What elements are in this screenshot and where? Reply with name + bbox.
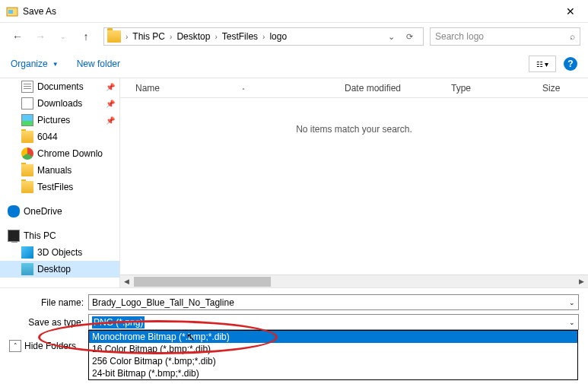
refresh-button[interactable]: ⟳ bbox=[402, 29, 417, 44]
nav-tree[interactable]: Documents📌Downloads📌Pictures📌6044Chrome … bbox=[0, 78, 120, 287]
tree-label: This PC bbox=[24, 230, 56, 241]
tree-label: Documents bbox=[37, 81, 84, 92]
tree-item[interactable]: 3D Objects bbox=[0, 244, 119, 261]
pin-icon: 📌 bbox=[106, 116, 115, 125]
tree-icon bbox=[21, 181, 33, 193]
app-icon bbox=[6, 5, 18, 17]
svg-rect-1 bbox=[8, 10, 13, 14]
tree-icon bbox=[21, 97, 33, 109]
filename-label: File name: bbox=[6, 297, 88, 308]
list-header: Name˄ Date modified Type Size bbox=[120, 78, 588, 98]
column-name[interactable]: Name˄ bbox=[120, 83, 345, 94]
tree-label: Downloads bbox=[37, 98, 82, 109]
savetype-select[interactable]: PNG (*.png) ⌄ bbox=[88, 314, 579, 330]
column-date[interactable]: Date modified bbox=[345, 83, 451, 94]
pin-icon: 📌 bbox=[106, 83, 115, 91]
savetype-option[interactable]: Monochrome Bitmap (*.bmp;*.dib) bbox=[89, 331, 577, 343]
empty-message: No items match your search. bbox=[120, 98, 588, 275]
help-button[interactable]: ? bbox=[564, 57, 577, 71]
column-size[interactable]: Size bbox=[542, 83, 588, 94]
hide-folders-button[interactable]: ˄ Hide Folders bbox=[9, 340, 76, 352]
close-button[interactable]: ✕ bbox=[553, 0, 588, 23]
tree-icon bbox=[21, 263, 33, 275]
savetype-option[interactable]: 256 Color Bitmap (*.bmp;*.dib) bbox=[89, 355, 577, 367]
savetype-label: Save as type: bbox=[6, 317, 88, 328]
folder-icon bbox=[107, 30, 121, 43]
organize-menu[interactable]: Organize▼ bbox=[11, 59, 59, 69]
tree-icon bbox=[21, 148, 33, 160]
chevron-up-icon: ˄ bbox=[9, 340, 21, 352]
tree-icon bbox=[21, 131, 33, 143]
breadcrumb[interactable]: › This PC › Desktop › TestFiles › logo ⌄… bbox=[103, 27, 424, 46]
savetype-dropdown[interactable]: Monochrome Bitmap (*.bmp;*.dib)16 Color … bbox=[88, 330, 578, 380]
tree-item[interactable]: Pictures📌 bbox=[0, 112, 119, 129]
tree-icon bbox=[21, 114, 33, 126]
tree-item[interactable]: Documents📌 bbox=[0, 78, 119, 95]
tree-label: 3D Objects bbox=[37, 247, 82, 258]
crumb-logo[interactable]: logo bbox=[266, 28, 290, 45]
tree-label: Pictures bbox=[37, 115, 70, 125]
window-title: Save As bbox=[23, 6, 553, 17]
tree-item[interactable]: Manuals bbox=[0, 162, 119, 179]
tree-icon bbox=[21, 81, 33, 93]
tree-item[interactable]: OneDrive bbox=[0, 203, 119, 220]
search-input[interactable]: Search logo ⌕ bbox=[430, 27, 580, 46]
sort-indicator-icon: ˄ bbox=[242, 87, 245, 94]
tree-label: Chrome Downlo bbox=[37, 148, 103, 159]
filename-history-icon[interactable]: ⌄ bbox=[569, 299, 575, 306]
tree-icon bbox=[21, 246, 33, 259]
horizontal-scrollbar[interactable]: ◀ ▶ bbox=[120, 275, 588, 287]
crumb-testfiles[interactable]: TestFiles bbox=[219, 28, 261, 45]
tree-item[interactable]: Chrome Downlo bbox=[0, 145, 119, 162]
forward-button[interactable]: → bbox=[30, 27, 50, 46]
up-button[interactable]: ↑ bbox=[76, 27, 96, 46]
tree-item[interactable]: Downloads📌 bbox=[0, 95, 119, 112]
back-button[interactable]: ← bbox=[8, 27, 27, 46]
crumb-desktop[interactable]: Desktop bbox=[173, 28, 213, 45]
column-type[interactable]: Type bbox=[451, 83, 542, 94]
tree-label: OneDrive bbox=[24, 206, 62, 217]
tree-icon bbox=[8, 205, 20, 217]
search-icon: ⌕ bbox=[570, 31, 575, 42]
tree-icon bbox=[21, 164, 33, 176]
savetype-caret-icon[interactable]: ⌄ bbox=[569, 319, 575, 326]
tree-label: Manuals bbox=[37, 165, 72, 176]
crumb-thispc[interactable]: This PC bbox=[129, 28, 168, 45]
scroll-thumb[interactable] bbox=[134, 277, 271, 287]
tree-item[interactable]: 6044 bbox=[0, 129, 119, 145]
tree-label: TestFiles bbox=[37, 182, 73, 192]
savetype-option[interactable]: 24-bit Bitmap (*.bmp;*.dib) bbox=[89, 367, 577, 379]
new-folder-button[interactable]: New folder bbox=[77, 59, 120, 69]
scroll-left-icon[interactable]: ◀ bbox=[120, 275, 133, 288]
tree-label: 6044 bbox=[37, 132, 58, 142]
tree-label: Desktop bbox=[37, 264, 71, 275]
pin-icon: 📌 bbox=[106, 100, 115, 108]
savetype-option[interactable]: 16 Color Bitmap (*.bmp;*.dib) bbox=[89, 343, 577, 355]
tree-item[interactable]: TestFiles bbox=[0, 179, 119, 195]
view-options-button[interactable]: ☷ ▾ bbox=[529, 56, 556, 72]
tree-item[interactable]: Desktop bbox=[0, 261, 119, 278]
tree-item[interactable]: This PC bbox=[0, 227, 119, 244]
scroll-right-icon[interactable]: ▶ bbox=[575, 275, 588, 288]
address-dropdown[interactable]: ⌄ bbox=[383, 29, 399, 44]
tree-icon bbox=[8, 230, 20, 242]
recent-dropdown[interactable]: ⌄ bbox=[53, 27, 73, 46]
filename-input[interactable]: Brady_Logo_Blue_Tall_No_Tagline ⌄ bbox=[88, 294, 579, 310]
